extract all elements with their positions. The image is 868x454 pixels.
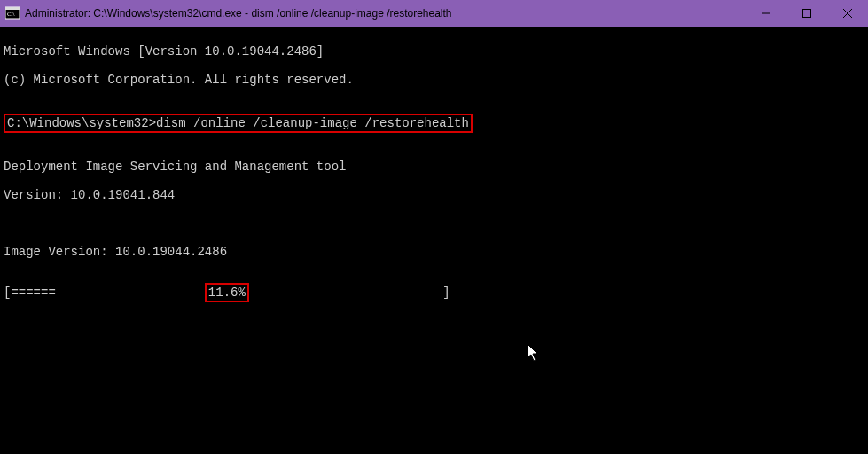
cmd-icon: C:\	[5, 6, 20, 20]
svg-text:C:\: C:\	[7, 11, 15, 18]
svg-rect-4	[803, 10, 811, 18]
command-highlight: C:\Windows\system32>dism /online /cleanu…	[4, 114, 473, 133]
terminal-area[interactable]: Microsoft Windows [Version 10.0.19044.24…	[0, 27, 868, 454]
progress-bar-right: ]	[249, 286, 450, 300]
window-controls	[746, 0, 868, 27]
tool-name-line: Deployment Image Servicing and Managemen…	[4, 160, 864, 174]
banner-line-1: Microsoft Windows [Version 10.0.19044.24…	[4, 44, 864, 59]
progress-percent: 11.6%	[208, 286, 246, 300]
blank-line	[4, 216, 864, 231]
window-title: Administrator: C:\Windows\system32\cmd.e…	[25, 7, 452, 20]
maximize-button[interactable]	[786, 0, 827, 27]
cmd-window: C:\ Administrator: C:\Windows\system32\c…	[0, 0, 868, 454]
svg-rect-1	[5, 7, 20, 10]
progress-line: [====== 11.6% ]	[4, 286, 864, 300]
banner-line-2: (c) Microsoft Corporation. All rights re…	[4, 73, 864, 87]
command-text: dism /online /cleanup-image /restoreheal…	[156, 116, 469, 130]
progress-bar-left: [======	[4, 286, 205, 300]
close-button[interactable]	[827, 0, 868, 27]
prompt-text: C:\Windows\system32>	[7, 116, 156, 130]
mouse-cursor-icon	[483, 330, 540, 380]
image-version-line: Image Version: 10.0.19044.2486	[4, 245, 864, 259]
titlebar[interactable]: C:\ Administrator: C:\Windows\system32\c…	[0, 0, 868, 27]
command-line: C:\Windows\system32>dism /online /cleanu…	[4, 114, 864, 133]
progress-percent-highlight: 11.6%	[205, 283, 249, 302]
tool-version-line: Version: 10.0.19041.844	[4, 188, 864, 202]
minimize-button[interactable]	[746, 0, 786, 27]
